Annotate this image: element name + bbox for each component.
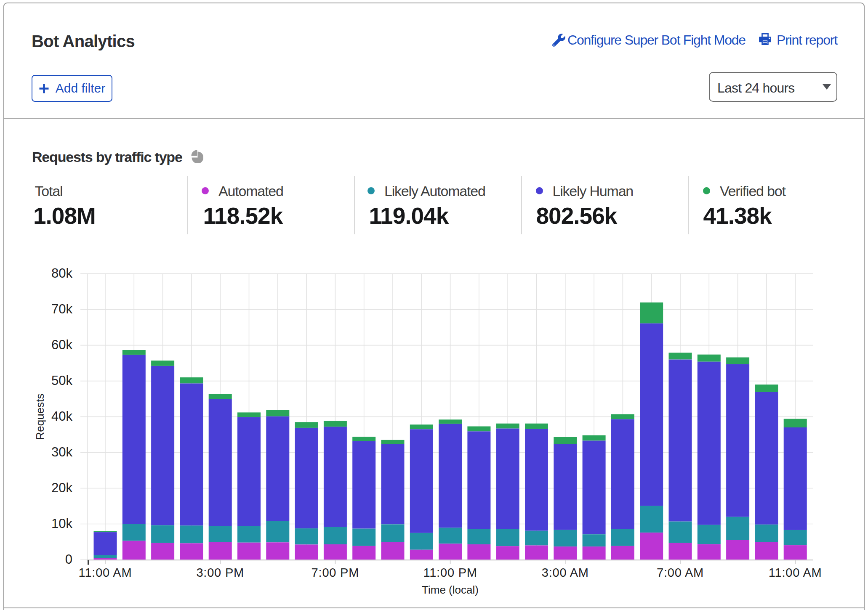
svg-text:70k: 70k	[51, 302, 72, 316]
svg-text:60k: 60k	[51, 337, 72, 352]
svg-text:30k: 30k	[51, 445, 72, 459]
svg-text:7:00 PM: 7:00 PM	[312, 566, 359, 579]
svg-text:Time (local): Time (local)	[422, 583, 479, 596]
svg-text:0: 0	[65, 552, 72, 567]
svg-text:40k: 40k	[51, 409, 72, 424]
svg-text:80k: 80k	[51, 266, 72, 281]
svg-text:11:00 AM: 11:00 AM	[769, 566, 822, 579]
svg-text:10k: 10k	[51, 516, 72, 531]
svg-text:Requests: Requests	[34, 394, 46, 440]
svg-text:11:00 PM: 11:00 PM	[423, 566, 477, 579]
svg-text:20k: 20k	[51, 480, 72, 495]
svg-text:3:00 AM: 3:00 AM	[542, 566, 589, 579]
svg-text:11:00 AM: 11:00 AM	[79, 566, 132, 579]
svg-text:7:00 AM: 7:00 AM	[657, 566, 704, 579]
svg-text:50k: 50k	[51, 373, 72, 388]
svg-text:3:00 PM: 3:00 PM	[196, 566, 244, 579]
